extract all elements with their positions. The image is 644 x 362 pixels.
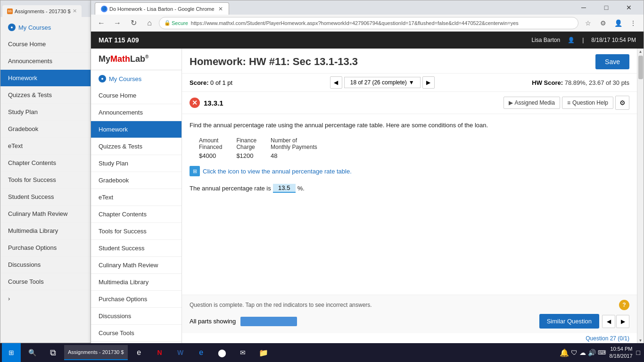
taskbar-chrome-icon[interactable]: ⬤	[213, 343, 231, 362]
sidebar-nav-link[interactable]: Purchase Options	[0, 239, 91, 256]
sidebar-nav-link[interactable]: Gradebook	[91, 172, 182, 189]
sidebar-nav-item[interactable]: Chapter Contents	[0, 155, 91, 172]
sidebar-nav-item[interactable]: Tools for Success	[91, 223, 182, 240]
question-help-button[interactable]: ≡ Question Help	[562, 97, 613, 109]
maximize-btn[interactable]: □	[595, 1, 617, 14]
sidebar-nav-item[interactable]: Student Success	[0, 189, 91, 206]
taskbar-edge-icon[interactable]: e	[130, 343, 149, 362]
sidebar-nav-item[interactable]: Gradebook	[0, 121, 91, 138]
sidebar-nav-link[interactable]: Culinary Math Review	[91, 257, 182, 273]
active-browser-tab[interactable]: 🔵 Do Homework - Lisa Barton - Google Chr…	[95, 2, 229, 15]
help-circle-btn[interactable]: ?	[619, 300, 629, 310]
task-view-btn[interactable]: ⧉	[43, 343, 62, 362]
next-question-btn[interactable]: ▶	[422, 76, 435, 89]
sidebar-nav-link[interactable]: Chapter Contents	[0, 155, 91, 171]
sidebar-nav-link[interactable]: Quizzes & Tests	[0, 87, 91, 103]
taskbar-cloud-icon[interactable]: ☁	[579, 349, 586, 356]
sidebar-nav-link[interactable]: Homework	[0, 70, 91, 86]
next-part-btn[interactable]: ▶	[616, 315, 629, 328]
sidebar-nav-item[interactable]: Tools for Success	[0, 172, 91, 189]
sidebar-nav-item[interactable]: Course Tools	[0, 273, 91, 290]
sidebar-nav-link[interactable]: Discussions	[91, 308, 182, 324]
sidebar-nav-item[interactable]: Culinary Math Review	[0, 206, 91, 222]
sidebar-nav-item[interactable]: Multimedia Library	[0, 222, 91, 239]
my-courses-link[interactable]: ● My Courses	[0, 19, 91, 36]
sidebar-nav-link[interactable]: eText	[91, 189, 182, 206]
sidebar-nav-item[interactable]: Course Home	[0, 36, 91, 53]
sidebar-nav-link[interactable]: Multimedia Library	[0, 222, 91, 239]
question-27-link[interactable]: Question 27 (0/1)	[182, 333, 637, 344]
sidebar-nav-item[interactable]: Gradebook	[91, 172, 182, 189]
sidebar-nav-item[interactable]: Homework	[91, 121, 182, 138]
sidebar-nav-item[interactable]: eText	[91, 189, 182, 206]
taskbar-word-icon[interactable]: W	[171, 343, 190, 362]
sidebar-nav-item[interactable]: Course Tools	[91, 325, 182, 342]
sidebar-nav-link[interactable]: Tools for Success	[0, 172, 91, 188]
taskbar-volume-icon[interactable]: 🔊	[588, 349, 596, 356]
settings-gear-button[interactable]: ⚙	[615, 96, 629, 110]
taskbar-defender-icon[interactable]: 🛡	[571, 349, 578, 356]
bg-tab-close[interactable]: ✕	[73, 8, 77, 14]
sidebar-nav-link[interactable]: Discussions	[0, 256, 91, 273]
start-button[interactable]: ⊞	[2, 343, 21, 362]
my-courses-nav[interactable]: ● My Courses	[91, 70, 182, 87]
search-btn[interactable]: 🔍	[23, 343, 41, 362]
sidebar-nav-link[interactable]: Course Tools	[91, 325, 182, 341]
extensions-btn[interactable]: ⚙	[596, 16, 610, 30]
sidebar-nav-item[interactable]: Discussions	[91, 308, 182, 325]
sidebar-nav-item[interactable]: Study Plan	[91, 155, 182, 172]
sidebar-nav-link[interactable]: Announcements	[91, 104, 182, 121]
apr-answer-input[interactable]	[273, 184, 296, 193]
taskbar-folder-icon[interactable]: 📁	[254, 343, 273, 362]
sidebar-nav-item[interactable]: Announcements	[91, 104, 182, 121]
taskbar-app-assignments[interactable]: Assignments - 201730 $	[64, 345, 128, 360]
sidebar-nav-link[interactable]: Culinary Math Review	[0, 206, 91, 222]
bookmark-btn[interactable]: ☆	[581, 16, 594, 30]
sidebar-nav-link[interactable]: Quizzes & Tests	[91, 138, 182, 155]
scroll-thumb[interactable]	[638, 56, 643, 79]
sidebar-nav-link[interactable]: Purchase Options	[91, 291, 182, 307]
assigned-media-button[interactable]: ▶ Assigned Media	[504, 97, 560, 109]
sidebar-nav-item[interactable]: Quizzes & Tests	[91, 138, 182, 155]
action-center-icon[interactable]: □	[636, 349, 640, 356]
bg-browser-tab[interactable]: bb Assignments - 201730 $ ✕	[2, 5, 82, 17]
taskbar-keyboard-icon[interactable]: ⌨	[598, 349, 606, 356]
sidebar-nav-link[interactable]: Study Plan	[0, 104, 91, 120]
prev-part-btn[interactable]: ◀	[602, 315, 615, 328]
sidebar-nav-item[interactable]: Announcements	[0, 53, 91, 70]
sidebar-nav-item[interactable]: eText	[0, 138, 91, 155]
tab-close-btn[interactable]: ✕	[218, 6, 223, 12]
forward-btn[interactable]: →	[111, 16, 124, 30]
sidebar-nav-link[interactable]: Homework	[91, 121, 182, 138]
question-position[interactable]: 18 of 27 (26 complete) ▼	[344, 77, 421, 88]
sidebar-nav-link[interactable]: Student Success	[0, 189, 91, 205]
sidebar-nav-item[interactable]: Study Plan	[0, 104, 91, 121]
sidebar-nav-link[interactable]: Study Plan	[91, 155, 182, 172]
scroll-down-btn[interactable]: ▼	[639, 338, 643, 343]
address-bar[interactable]: 🔒 Secure https://www.mathxl.com/Student/…	[159, 17, 578, 29]
sidebar-nav-link[interactable]: Course Home	[0, 36, 91, 52]
sidebar-nav-item[interactable]: Purchase Options	[0, 239, 91, 256]
sidebar-nav-link[interactable]: Multimedia Library	[91, 274, 182, 290]
sidebar-nav-item[interactable]: Purchase Options	[91, 291, 182, 308]
sidebar-nav-link[interactable]: Gradebook	[0, 121, 91, 137]
save-button[interactable]: Save	[595, 54, 629, 69]
sidebar-nav-link[interactable]: Course Tools	[0, 273, 91, 290]
sidebar-chevron[interactable]: ›	[0, 290, 91, 307]
sidebar-nav-link[interactable]: Chapter Contents	[91, 206, 182, 222]
back-btn[interactable]: ←	[95, 16, 108, 30]
sidebar-nav-item[interactable]: Student Success	[91, 240, 182, 257]
taskbar-netflix-icon[interactable]: N	[150, 343, 169, 362]
sidebar-nav-link[interactable]: Announcements	[0, 53, 91, 69]
prev-question-btn[interactable]: ◀	[330, 76, 342, 89]
sidebar-nav-item[interactable]: Quizzes & Tests	[0, 87, 91, 104]
sidebar-nav-item[interactable]: Chapter Contents	[91, 206, 182, 223]
minimize-btn[interactable]: ─	[573, 1, 594, 14]
user-account-btn[interactable]: 👤	[611, 16, 625, 30]
sidebar-nav-item[interactable]: Culinary Math Review	[91, 257, 182, 274]
refresh-btn[interactable]: ↻	[127, 16, 140, 30]
close-btn[interactable]: ✕	[618, 1, 640, 14]
taskbar-notification-icon[interactable]: 🔔	[560, 348, 569, 357]
similar-question-btn[interactable]: Similar Question	[539, 314, 599, 329]
settings-btn[interactable]: ⋮	[627, 16, 640, 30]
